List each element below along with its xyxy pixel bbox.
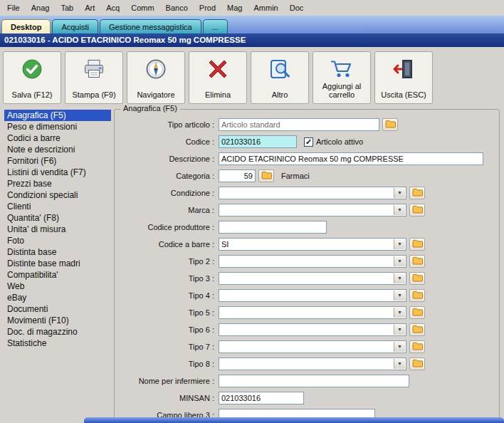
save-icon bbox=[21, 56, 43, 82]
stampa-button[interactable]: Stampa (F9) bbox=[65, 51, 123, 104]
navigatore-button[interactable]: Navigatore bbox=[127, 51, 185, 104]
chevron-down-icon[interactable]: ▼ bbox=[394, 239, 405, 249]
tipo-2-combo[interactable]: ▼ bbox=[219, 255, 406, 268]
tab-more[interactable]: ... bbox=[203, 19, 228, 33]
descrizione-label: Descrizione : bbox=[117, 155, 219, 163]
sidebar-item-unita-di-misura[interactable]: Unita' di misura bbox=[4, 224, 111, 235]
sidebar-item-fornitori-f6[interactable]: Fornitori (F6) bbox=[4, 155, 111, 167]
app-window: FileAnagTabArtAcqCommBancoProdMagAmminDo… bbox=[0, 0, 504, 423]
aggiungi-al-carrello-button[interactable]: Aggiungi al carrello bbox=[313, 51, 371, 104]
tab-gestione-messaggistica[interactable]: Gestione messaggistica bbox=[100, 19, 201, 33]
menu-item-anag[interactable]: Anag bbox=[26, 1, 56, 14]
tipo-3-combo[interactable]: ▼ bbox=[219, 272, 406, 285]
sidebar-item-condizioni-speciali[interactable]: Condizioni speciali bbox=[4, 189, 111, 201]
menu-item-banco[interactable]: Banco bbox=[160, 1, 194, 14]
tipo-5-combo[interactable]: ▼ bbox=[219, 306, 406, 319]
sidebar-item-anagrafica-f5[interactable]: Anagrafica (F5) bbox=[4, 110, 111, 121]
minsan-label: MINSAN : bbox=[117, 394, 219, 402]
marca-combo[interactable]: ▼ bbox=[219, 204, 406, 216]
tipo-7-combo[interactable]: ▼ bbox=[219, 340, 406, 353]
chevron-down-icon[interactable]: ▼ bbox=[394, 256, 405, 266]
folder-icon bbox=[412, 239, 423, 249]
minsan-input[interactable]: 021033016 bbox=[219, 392, 304, 404]
categoria-lookup-button[interactable] bbox=[258, 169, 274, 182]
condizione-lookup-button[interactable] bbox=[409, 187, 425, 199]
form-row-marca: Marca :▼ bbox=[117, 204, 496, 216]
tab-strip: DesktopAcquistiGestione messaggistica... bbox=[0, 16, 504, 33]
tab-acquisti[interactable]: Acquisti bbox=[52, 19, 98, 33]
tipo-6-combo[interactable]: ▼ bbox=[219, 323, 406, 336]
sidebar-item-documenti[interactable]: Documenti bbox=[4, 303, 111, 315]
sidebar-item-note-e-descrizioni[interactable]: Note e descrizioni bbox=[4, 144, 111, 155]
menu-item-mag[interactable]: Mag bbox=[221, 1, 248, 14]
condizione-combo[interactable]: ▼ bbox=[219, 187, 406, 199]
menu-item-comm[interactable]: Comm bbox=[125, 1, 159, 14]
sidebar-item-ebay[interactable]: eBay bbox=[4, 292, 111, 303]
sidebar-item-compatibilita[interactable]: Compatibilita' bbox=[4, 269, 111, 281]
sidebar-item-distinta-base[interactable]: Distinta base bbox=[4, 246, 111, 258]
tipo-articolo-lookup-button[interactable] bbox=[382, 118, 398, 131]
salva-button[interactable]: Salva (F12) bbox=[3, 51, 61, 104]
categoria-input[interactable]: 59 bbox=[219, 169, 256, 182]
uscita-button[interactable]: Uscita (ESC) bbox=[374, 51, 433, 104]
salva-button-label: Salva (F12) bbox=[12, 90, 53, 100]
menu-item-file[interactable]: File bbox=[1, 1, 26, 14]
sidebar-item-codici-a-barre[interactable]: Codici a barre bbox=[4, 132, 111, 144]
chevron-down-icon[interactable]: ▼ bbox=[394, 359, 405, 369]
menu-item-acq[interactable]: Acq bbox=[100, 1, 125, 14]
nome-per-infermiere-label: Nome per infermiere : bbox=[117, 377, 219, 385]
tipo-8-combo[interactable]: ▼ bbox=[219, 357, 406, 370]
sidebar-item-quantita-f8[interactable]: Quantita' (F8) bbox=[4, 212, 111, 224]
form-row-tipo-3: Tipo 3 :▼ bbox=[117, 272, 496, 285]
sidebar-item-statistiche[interactable]: Statistiche bbox=[4, 338, 111, 349]
form-row-descrizione: Descrizione :ACIDO ETACRINICO Reomax 50 … bbox=[117, 152, 496, 165]
compass-icon bbox=[145, 56, 167, 82]
tipo-articolo-input[interactable]: Articolo standard bbox=[219, 118, 379, 131]
codice-produttore-input[interactable] bbox=[219, 221, 327, 234]
tipo-4-combo[interactable]: ▼ bbox=[219, 289, 406, 302]
tipo-4-lookup-button[interactable] bbox=[409, 289, 425, 302]
codice-active-checkbox[interactable]: ✓Articolo attivo bbox=[304, 137, 363, 147]
tab-desktop[interactable]: Desktop bbox=[1, 19, 51, 33]
sidebar-item-distinte-base-madri[interactable]: Distinte base madri bbox=[4, 258, 111, 269]
tipo-2-label: Tipo 2 : bbox=[117, 257, 219, 266]
menu-item-doc[interactable]: Doc bbox=[284, 1, 310, 14]
codice-input[interactable]: 021033016 bbox=[219, 135, 297, 148]
elimina-button[interactable]: Elimina bbox=[189, 51, 247, 104]
sidebar-item-web[interactable]: Web bbox=[4, 281, 111, 292]
nome-per-infermiere-input[interactable] bbox=[219, 375, 409, 387]
chevron-down-icon[interactable]: ▼ bbox=[394, 291, 405, 301]
codice-a-barre-combo[interactable]: SI▼ bbox=[219, 238, 406, 251]
sidebar-item-foto[interactable]: Foto bbox=[4, 235, 111, 246]
codice-produttore-label: Codice produttore : bbox=[117, 223, 219, 231]
chevron-down-icon[interactable]: ▼ bbox=[394, 308, 405, 318]
tipo-8-lookup-button[interactable] bbox=[409, 357, 425, 370]
sidebar-item-listini-di-vendita-f7[interactable]: Listini di vendita (F7) bbox=[4, 167, 111, 178]
descrizione-input[interactable]: ACIDO ETACRINICO Reomax 50 mg COMPRESSE bbox=[219, 152, 483, 165]
form-row-codice-produttore: Codice produttore : bbox=[117, 221, 496, 234]
chevron-down-icon[interactable]: ▼ bbox=[394, 325, 405, 335]
tipo-7-lookup-button[interactable] bbox=[409, 340, 425, 353]
sidebar-item-doc-di-magazzino[interactable]: Doc. di magazzino bbox=[4, 326, 111, 338]
chevron-down-icon[interactable]: ▼ bbox=[394, 342, 405, 352]
marca-lookup-button[interactable] bbox=[409, 204, 425, 216]
sidebar-item-prezzi-base[interactable]: Prezzi base bbox=[4, 178, 111, 189]
altro-button[interactable]: Altro bbox=[251, 51, 309, 104]
folder-icon bbox=[412, 256, 423, 266]
tipo-5-lookup-button[interactable] bbox=[409, 306, 425, 319]
sidebar-item-movimenti-f10[interactable]: Movimenti (F10) bbox=[4, 315, 111, 326]
menu-item-tab[interactable]: Tab bbox=[55, 1, 79, 14]
menu-item-ammin[interactable]: Ammin bbox=[248, 1, 283, 14]
tipo-6-lookup-button[interactable] bbox=[409, 323, 425, 336]
menu-item-art[interactable]: Art bbox=[79, 1, 100, 14]
tipo-3-lookup-button[interactable] bbox=[409, 272, 425, 285]
chevron-down-icon[interactable]: ▼ bbox=[394, 188, 405, 198]
tipo-2-lookup-button[interactable] bbox=[409, 255, 425, 268]
codice-a-barre-lookup-button[interactable] bbox=[409, 238, 425, 251]
chevron-down-icon[interactable]: ▼ bbox=[394, 205, 405, 215]
menu-item-prod[interactable]: Prod bbox=[194, 1, 221, 14]
chevron-down-icon[interactable]: ▼ bbox=[394, 273, 405, 283]
sidebar-item-clienti[interactable]: Clienti bbox=[4, 201, 111, 212]
sidebar-item-peso-e-dimensioni[interactable]: Peso e dimensioni bbox=[4, 121, 111, 132]
marca-label: Marca : bbox=[117, 206, 219, 214]
